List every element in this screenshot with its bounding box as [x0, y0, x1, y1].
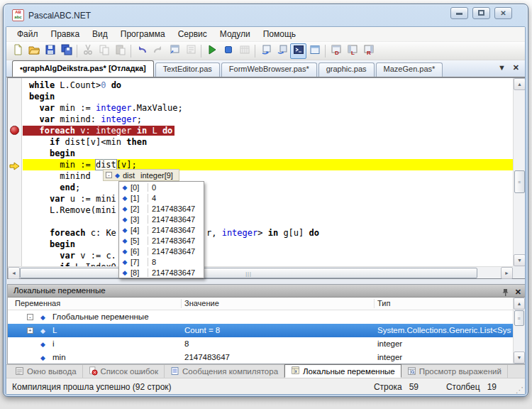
- scroll-down-icon[interactable]: ▼: [514, 254, 526, 266]
- code-area[interactable]: while L.Count>0 dobegin var min := integ…: [23, 78, 513, 266]
- menu-item-0[interactable]: Файл: [11, 28, 45, 40]
- close-button[interactable]: ✕: [494, 7, 512, 19]
- code-line-11: L.Remove(mini: [29, 204, 513, 216]
- array-index: [0]: [131, 183, 148, 192]
- debug-tooltip-header[interactable]: - ◆ dist integer[9]: [103, 169, 179, 181]
- code-editor[interactable]: while L.Count>0 dobegin var min := integ…: [7, 77, 526, 279]
- scroll-up-icon[interactable]: ▲: [514, 78, 526, 90]
- bottom-tab-0[interactable]: Окно вывода: [9, 365, 83, 378]
- menu-item-2[interactable]: Вид: [86, 28, 114, 40]
- goto-window-button[interactable]: [166, 43, 182, 59]
- array-value: 8: [148, 258, 156, 266]
- editor-gutter[interactable]: [8, 78, 22, 278]
- pin-icon[interactable]: [501, 288, 509, 297]
- tab-document-2[interactable]: FormWebBrowser.pas*: [221, 62, 317, 77]
- array-element-row-1: ◆[1]4: [119, 192, 204, 203]
- dock-right-icon: R: [363, 44, 375, 58]
- tab-document-3[interactable]: graphic.pas: [318, 62, 375, 77]
- panel-splitter[interactable]: [6, 279, 525, 284]
- open-file-button[interactable]: [26, 43, 42, 59]
- collapse-icon[interactable]: -: [27, 314, 33, 320]
- panel-title: Локальные переменные: [13, 286, 106, 295]
- menu-item-3[interactable]: Программа: [114, 28, 172, 40]
- save-icon: [45, 44, 56, 58]
- show-output-button[interactable]: [257, 43, 274, 59]
- locals-row-L[interactable]: +◆LCount = 8System.Collections.Generic.L…: [8, 324, 513, 337]
- menu-item-6[interactable]: Помощь: [257, 28, 302, 40]
- form-designer-button[interactable]: [306, 43, 323, 59]
- tab-document-1[interactable]: TextEditor.pas: [155, 62, 220, 77]
- document-tab-strip: •graphAlgDeikstra.pas* [Отладка]TextEdit…: [6, 60, 525, 77]
- maximize-button[interactable]: [472, 7, 490, 19]
- code-line-8: minind: [29, 170, 513, 182]
- menu-item-5[interactable]: Модули: [214, 28, 257, 40]
- undo-button[interactable]: [133, 43, 150, 59]
- array-index: [3]: [131, 215, 148, 224]
- expand-icon[interactable]: +: [27, 327, 33, 334]
- horizontal-scroll-thumb[interactable]: |||: [20, 268, 477, 278]
- minimize-button[interactable]: [450, 7, 468, 19]
- editor-vertical-scrollbar[interactable]: ▲ ≡ ▼: [513, 78, 525, 266]
- variable-type: System.Collections.Generic.List<Syst...: [377, 324, 511, 337]
- array-index: [7]: [131, 258, 148, 266]
- collapse-icon[interactable]: -: [106, 172, 112, 178]
- svg-text:D: D: [335, 50, 339, 55]
- dock-left-button[interactable]: L: [344, 43, 360, 59]
- dock-right-button[interactable]: R: [360, 43, 377, 59]
- tab-close-button[interactable]: ✕: [513, 63, 519, 72]
- variable-diamond-icon: ◆: [40, 351, 45, 364]
- open-file-icon: [28, 44, 40, 58]
- show-debug-button[interactable]: [274, 43, 290, 59]
- resize-grip[interactable]: ⋰: [516, 386, 523, 395]
- variable-type: integer: [377, 337, 511, 350]
- breakpoint-icon[interactable]: [10, 126, 19, 135]
- debug-tooltip-array-list: ◆[0]0◆[1]4◆[2]2147483647◆[3]2147483647◆[…: [118, 181, 204, 278]
- locals-scroll-down-icon[interactable]: ▼: [514, 351, 525, 364]
- bottom-tab-label: Список ошибок: [101, 367, 159, 376]
- editor-horizontal-scrollbar[interactable]: ◄ ||| ►: [8, 266, 513, 278]
- tab-list-button[interactable]: ▼: [498, 63, 506, 72]
- scroll-right-icon[interactable]: ►: [501, 267, 513, 279]
- bottom-tab-2[interactable]: Сообщения компилятора: [165, 365, 284, 378]
- title-bar[interactable]: AB abc PascalABC.NET ✕: [4, 4, 528, 26]
- code-line-7: min := dist[v];: [23, 159, 513, 170]
- bottom-tab-4[interactable]: Просмотр выражений: [401, 365, 508, 378]
- locals-column-header[interactable]: Переменная Значение Тип: [8, 298, 513, 310]
- array-value: 2147483647: [148, 215, 195, 224]
- bottom-tab-1[interactable]: Список ошибок: [83, 365, 165, 378]
- compile-button: [236, 43, 253, 59]
- console-button[interactable]: [290, 43, 306, 59]
- status-message: Компиляция прошла успешно (92 строк): [12, 382, 172, 392]
- compile-icon: [239, 44, 250, 58]
- format-code-icon: [185, 44, 196, 58]
- array-element-row-0: ◆[0]0: [119, 182, 204, 192]
- locals-row-i[interactable]: ◆i8integer: [8, 337, 513, 351]
- cut-icon: [82, 44, 94, 58]
- stop-button[interactable]: [220, 43, 236, 59]
- dock-default-button[interactable]: D: [328, 43, 344, 59]
- save-all-button[interactable]: [58, 43, 74, 59]
- panel-close-icon[interactable]: ✕: [515, 286, 521, 298]
- array-index: [8]: [131, 268, 148, 277]
- locals-scroll-thumb[interactable]: ≡: [514, 310, 524, 326]
- variable-value: 2147483647: [184, 351, 230, 364]
- run-button[interactable]: [204, 43, 220, 59]
- locals-row-Глобальные переменные[interactable]: -◆Глобальные переменные: [8, 310, 513, 324]
- vertical-scroll-thumb[interactable]: ≡: [514, 170, 525, 193]
- new-file-button[interactable]: [9, 43, 26, 59]
- maximize-icon: [478, 10, 484, 16]
- bottom-tab-3[interactable]: Локальные переменные: [284, 364, 401, 378]
- variable-type: integer: [377, 351, 511, 364]
- tab-document-4[interactable]: MazeGen.pas*: [376, 62, 443, 77]
- locals-scroll-up-icon[interactable]: ▲: [514, 298, 525, 310]
- menu-item-4[interactable]: Сервис: [172, 28, 214, 40]
- code-line-0: while L.Count>0 do: [29, 80, 513, 91]
- locals-scrollbar[interactable]: ▲ ≡ ▼: [513, 298, 525, 364]
- tab-document-0[interactable]: •graphAlgDeikstra.pas* [Отладка]: [12, 60, 154, 77]
- menu-item-1[interactable]: Правка: [45, 28, 87, 40]
- save-button[interactable]: [42, 43, 58, 59]
- scroll-left-icon[interactable]: ◄: [8, 267, 20, 279]
- locals-row-min[interactable]: ◆min2147483647integer: [8, 351, 513, 364]
- variable-diamond-icon: ◆: [119, 258, 131, 266]
- panel-header[interactable]: Локальные переменные ✕: [8, 285, 525, 298]
